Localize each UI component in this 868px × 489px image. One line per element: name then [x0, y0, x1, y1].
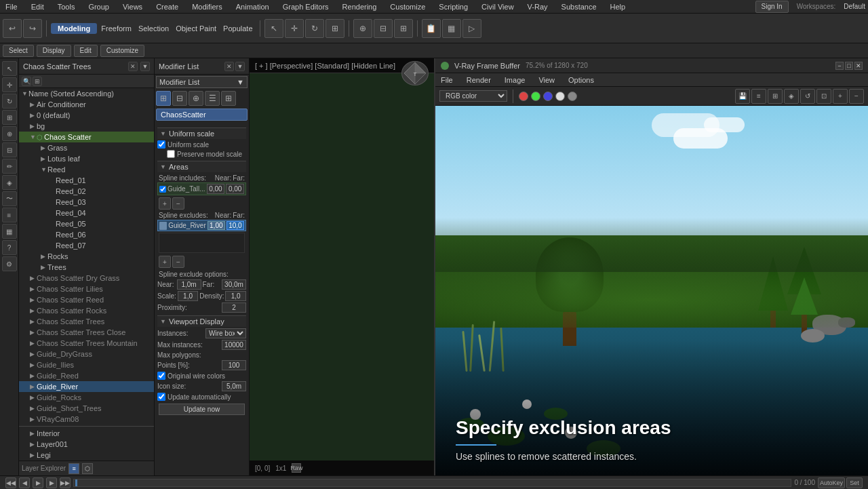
move-tool[interactable]: ✛: [285, 19, 304, 38]
menu-edit[interactable]: Edit: [28, 3, 47, 11]
tree-item-chaos-scatter[interactable]: ▼ ⬡ Chaos Scatter: [19, 132, 154, 142]
add-exclude-btn[interactable]: +: [159, 256, 171, 268]
include-far[interactable]: 0,00: [226, 184, 244, 194]
mod-tab-4[interactable]: ☰: [205, 91, 220, 106]
tree-item-trees[interactable]: ▶ Trees: [19, 262, 154, 273]
uniform-scale-section[interactable]: ▼ Uniform scale: [157, 128, 246, 139]
remove-include-btn[interactable]: −: [172, 197, 184, 210]
include-row-1[interactable]: Guide_Tall... 0,00 0,00: [157, 182, 246, 195]
far-opt-val[interactable]: 30,0m: [222, 279, 246, 290]
vfb-menu-file[interactable]: File: [438, 76, 456, 84]
max-instances-val[interactable]: 10000: [222, 340, 246, 350]
menu-substance[interactable]: Substance: [559, 3, 599, 11]
tree-item-guide-rocks[interactable]: ▶ Guide_Rocks: [19, 392, 154, 403]
tree-item-cs-trees-mountain[interactable]: ▶ Chaos Scatter Trees Mountain: [19, 338, 154, 349]
vfb-color-green[interactable]: [531, 92, 540, 101]
menu-tools[interactable]: Tools: [55, 3, 78, 11]
mode-selection[interactable]: Selection: [136, 24, 172, 33]
mode-populate[interactable]: Populate: [220, 24, 255, 33]
vfb-maximize[interactable]: □: [845, 62, 853, 70]
areas-section[interactable]: ▼ Areas: [157, 161, 246, 172]
rotate-tool[interactable]: ↻: [305, 19, 324, 38]
exclude-near[interactable]: 1,00: [208, 221, 225, 230]
preserve-scale-checkbox[interactable]: [167, 150, 175, 158]
mode-object-paint[interactable]: Object Paint: [173, 24, 219, 33]
tree-item-cs-trees[interactable]: ▶ Chaos Scatter Trees: [19, 316, 154, 327]
tree-item-air-conditioner[interactable]: ▶ Air Conditioner: [19, 99, 154, 110]
mode-customize[interactable]: Customize: [100, 45, 144, 57]
left-icon-settings[interactable]: ⚙: [2, 256, 17, 271]
left-icon-select[interactable]: ↖: [2, 61, 17, 76]
mod-close[interactable]: ✕: [224, 62, 234, 71]
mod-tab-1[interactable]: ⊞: [156, 91, 171, 106]
exclude-row-1[interactable]: Guide_River 1,00 10,0: [157, 220, 246, 231]
vfb-color-gray[interactable]: [568, 92, 577, 101]
sign-in-button[interactable]: Sign In: [755, 1, 789, 13]
mod-options[interactable]: ▼: [235, 62, 245, 71]
menu-file[interactable]: File: [3, 3, 20, 11]
layer-type-icon[interactable]: ⬡: [82, 463, 93, 474]
layer-explorer-icon[interactable]: ≡: [68, 463, 79, 474]
left-icon-layer[interactable]: ≡: [2, 208, 17, 222]
wire-colors-label[interactable]: Original wire colors: [157, 372, 225, 380]
tree-item-reed07[interactable]: Reed_07: [19, 240, 154, 251]
uniform-scale-checkbox[interactable]: [157, 140, 165, 149]
left-icon-move[interactable]: ✛: [2, 77, 17, 92]
menu-create[interactable]: Create: [153, 3, 181, 11]
vfb-menu-render[interactable]: Render: [464, 76, 494, 84]
menu-rendering[interactable]: Rendering: [340, 3, 380, 11]
tree-item-cs-trees-close[interactable]: ▶ Chaos Scatter Trees Close: [19, 327, 154, 338]
timeline-rewind[interactable]: ◀◀: [5, 477, 16, 488]
points-pct-val[interactable]: 100: [222, 360, 246, 370]
exclude-far[interactable]: 10,0: [226, 221, 244, 230]
mod-tab-3[interactable]: ⊕: [189, 91, 203, 106]
mode-edit[interactable]: Edit: [74, 45, 98, 57]
autokey-btn[interactable]: AutoKey: [818, 477, 845, 488]
tree-item-rocks[interactable]: ▶ Rocks: [19, 251, 154, 262]
menu-help[interactable]: Help: [608, 3, 629, 11]
scale-opt-val[interactable]: 1,0: [178, 291, 199, 301]
render-scene[interactable]: ▦: [442, 19, 461, 38]
icon-size-val[interactable]: 5,0m: [222, 381, 246, 391]
mode-modeling[interactable]: Modeling: [51, 23, 97, 34]
st-filter[interactable]: ⊞: [33, 77, 42, 86]
modifier-list-dropdown[interactable]: Modifier List ▼: [156, 76, 248, 88]
vfb-channel-select[interactable]: RGB color: [439, 90, 507, 102]
vfb-close[interactable]: ✕: [854, 62, 863, 70]
proximity-opt-val[interactable]: 2: [222, 302, 246, 313]
timeline-next[interactable]: ▶: [46, 477, 57, 488]
left-icon-scale[interactable]: ⊞: [2, 110, 17, 125]
mode-select[interactable]: Select: [3, 45, 34, 57]
tree-item-guide-ilies[interactable]: ▶ Guide_Ilies: [19, 359, 154, 370]
scale-tool[interactable]: ⊞: [326, 19, 344, 38]
tree-item-bg[interactable]: ▶ bg: [19, 121, 154, 132]
update-now-btn[interactable]: Update now: [159, 404, 245, 415]
tree-item-layer001[interactable]: ▶ Layer001: [19, 439, 154, 450]
vfb-history-btn[interactable]: ↺: [800, 89, 815, 104]
tree-item-0default[interactable]: ▶ 0 (default): [19, 110, 154, 121]
mode-freeform[interactable]: Freeform: [98, 24, 134, 33]
tree-item-cs-lilies[interactable]: ▶ Chaos Scatter Lilies: [19, 283, 154, 294]
viewport-display-section[interactable]: ▼ Viewport Display: [157, 315, 246, 327]
menu-civil-view[interactable]: Civil View: [479, 3, 516, 11]
left-icon-freeform[interactable]: ⊟: [2, 142, 17, 157]
update-auto-checkbox[interactable]: [157, 393, 165, 401]
setkeys-btn[interactable]: Set: [846, 477, 863, 488]
tree-item-vray-cam[interactable]: ▶ VRayCam08: [19, 414, 154, 425]
left-icon-snap[interactable]: ⊕: [2, 126, 17, 141]
menu-customize[interactable]: Customize: [387, 3, 428, 11]
vfb-color-red[interactable]: [519, 92, 528, 101]
vfb-minimize[interactable]: −: [835, 62, 844, 70]
menu-animation[interactable]: Animation: [233, 3, 272, 11]
density-opt-val[interactable]: 1,0: [225, 291, 246, 301]
instances-type-select[interactable]: Wire box: [205, 328, 246, 338]
view-cube[interactable]: T: [401, 61, 429, 85]
select-tool[interactable]: ↖: [264, 19, 283, 38]
layer-manager[interactable]: 📋: [422, 19, 441, 38]
st-search[interactable]: 🔍: [22, 77, 31, 86]
tree-item-reed01[interactable]: Reed_01: [19, 175, 154, 186]
tree-item-guide-reed[interactable]: ▶ Guide_Reed: [19, 370, 154, 381]
vfb-zoom-in-btn[interactable]: +: [833, 89, 848, 104]
include-near[interactable]: 0,00: [207, 184, 225, 194]
chaos-scatter-modifier[interactable]: ChaosScatter: [156, 109, 248, 121]
